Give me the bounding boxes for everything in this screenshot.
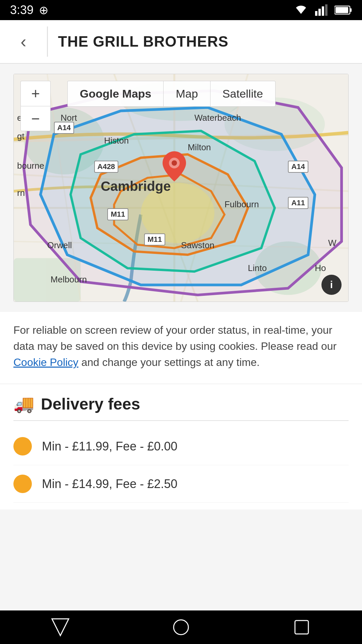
fee-text-2: Min - £14.99, Fee - £2.50 xyxy=(42,477,177,491)
app-header: ‹ THE GRILL BROTHERS xyxy=(0,20,362,64)
map-type-controls: Google Maps Map Satellite xyxy=(67,81,276,107)
zoom-in-button[interactable]: + xyxy=(20,81,51,106)
map-svg xyxy=(14,74,348,302)
cookie-text-1: For reliable on screen review of your or… xyxy=(13,324,337,352)
map-label-histon: Histon xyxy=(104,136,129,146)
svg-rect-1 xyxy=(318,9,321,16)
map-label-milton: Milton xyxy=(188,142,211,153)
status-icon-q: ⊕ xyxy=(39,3,48,17)
status-right xyxy=(294,4,352,16)
map-background: Waterbeach Histon Milton Cambridge Fulbo… xyxy=(14,74,348,302)
svg-rect-2 xyxy=(322,6,324,16)
road-badge-a11: A11 xyxy=(288,197,308,209)
wifi-icon xyxy=(294,4,308,16)
map-info-button[interactable]: i xyxy=(321,275,342,295)
map-zoom-controls: + − xyxy=(20,81,51,131)
map-label-w: W xyxy=(328,238,337,248)
map-label-fulbourn: Fulbourn xyxy=(225,199,259,210)
nav-recent-button[interactable] xyxy=(288,614,315,641)
road-badge-m11-top: M11 xyxy=(107,208,128,220)
delivery-fees-title: Delivery fees xyxy=(41,395,140,413)
road-badge-a14-right: A14 xyxy=(288,161,308,173)
map-label-sawston: Sawston xyxy=(181,240,215,251)
fee-item-2: Min - £14.99, Fee - £2.50 xyxy=(13,465,349,503)
nav-back-button[interactable] xyxy=(47,614,74,641)
page-title: THE GRILL BROTHERS xyxy=(58,33,229,50)
road-badge-m11-bot: M11 xyxy=(144,233,165,246)
fee-item-1: Min - £11.99, Fee - £0.00 xyxy=(13,428,349,465)
map-type-map[interactable]: Map xyxy=(163,81,210,107)
nav-home-button[interactable] xyxy=(168,614,194,641)
map-label-waterbeach: Waterbeach xyxy=(194,113,241,123)
fee-text-1: Min - £11.99, Fee - £0.00 xyxy=(42,439,177,453)
map-label-ho: Ho xyxy=(315,263,326,273)
battery-icon xyxy=(335,5,352,15)
road-badge-a428: A428 xyxy=(94,161,119,173)
bottom-navigation xyxy=(0,610,362,644)
svg-rect-6 xyxy=(336,7,348,13)
map-label-linto: Linto xyxy=(248,263,267,273)
svg-rect-31 xyxy=(295,621,308,634)
svg-rect-5 xyxy=(350,8,352,12)
svg-point-30 xyxy=(174,620,188,635)
signal-icon xyxy=(315,4,328,16)
map-label-bourne: bourne xyxy=(17,161,44,171)
status-bar: 3:39 ⊕ xyxy=(0,0,362,20)
map-label-rn: rn xyxy=(17,188,25,198)
status-left: 3:39 ⊕ xyxy=(10,3,48,17)
status-time: 3:39 xyxy=(10,3,34,17)
cookie-text-2: and change your settings at any time. xyxy=(78,356,260,368)
back-arrow-icon: ‹ xyxy=(20,32,26,52)
map-label-cambridge: Cambridge xyxy=(101,179,171,194)
delivery-fees-header: 🚚 Delivery fees xyxy=(13,394,349,421)
map-type-google[interactable]: Google Maps xyxy=(67,81,163,107)
svg-marker-29 xyxy=(52,619,69,636)
map-container[interactable]: Waterbeach Histon Milton Cambridge Fulbo… xyxy=(13,74,349,302)
delivery-truck-icon: 🚚 xyxy=(13,394,34,414)
header-divider xyxy=(47,26,48,57)
zoom-out-button[interactable]: − xyxy=(20,106,51,131)
map-location-pin xyxy=(163,151,186,188)
map-label-gt: gt xyxy=(17,131,24,142)
map-label-melbourn: Melbourn xyxy=(51,274,87,285)
map-label-orwell: Orwell xyxy=(47,240,72,251)
delivery-fees-section: 🚚 Delivery fees Min - £11.99, Fee - £0.0… xyxy=(0,384,362,509)
fee-dot-1 xyxy=(13,437,32,455)
fee-dot-2 xyxy=(13,475,32,493)
cookie-policy-link[interactable]: Cookie Policy xyxy=(13,356,78,368)
back-button[interactable]: ‹ xyxy=(10,28,37,55)
map-type-satellite[interactable]: Satellite xyxy=(210,81,276,107)
svg-rect-0 xyxy=(315,11,317,16)
svg-rect-3 xyxy=(325,4,327,16)
cookie-notice: For reliable on screen review of your or… xyxy=(0,312,362,384)
svg-point-28 xyxy=(172,160,177,166)
road-badge-a14-top: A14 xyxy=(54,122,74,134)
